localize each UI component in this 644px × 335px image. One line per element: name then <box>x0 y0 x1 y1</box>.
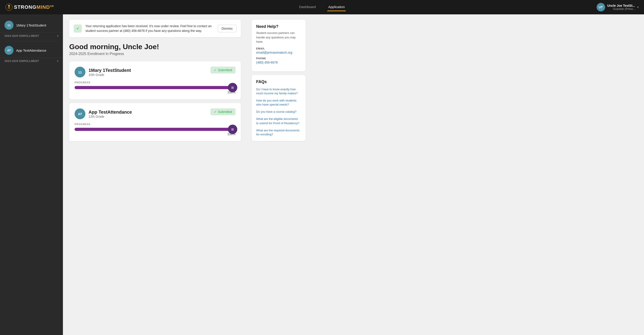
header: STRONGMINDSM Dashboard Application UT Un… <box>0 0 644 14</box>
user-info: Uncle Joe TestSt... Guardian (Prima... <box>607 4 635 10</box>
logo-sm-text: SM <box>50 5 54 7</box>
tab-dashboard[interactable]: Dashboard <box>298 3 316 11</box>
progress-label-1: PROGRESS <box>74 81 236 84</box>
student-info-2: AT App TestAttendance 12th Grade <box>74 108 132 119</box>
sidebar-enrollment-1[interactable]: 2024-2025 ENROLLMENT ▾ <box>0 32 63 39</box>
logo-mind-text: MIND <box>36 4 50 10</box>
sidebar-enrollment-2[interactable]: 2024-2025 ENROLLMENT ▾ <box>0 58 63 64</box>
sidebar-name-1: 1Mary 1TestStudent <box>16 23 46 27</box>
sidebar-name-2: App TestAttendance <box>16 48 46 52</box>
email-value[interactable]: email@primaveratech.org <box>256 51 301 54</box>
greeting-title: Good morning, Uncle Joe! <box>69 43 241 51</box>
progress-section-2: PROGRESS ⊞ 100% <box>74 123 236 136</box>
user-name: Uncle Joe TestSt... <box>607 4 635 7</box>
student-card-name-2: App TestAttendance <box>88 110 132 115</box>
logo: STRONGMINDSM <box>6 3 54 11</box>
progress-section-1: PROGRESS ⊞ 100% <box>74 81 236 94</box>
faq-item-2[interactable]: How do you work with students who have s… <box>256 99 301 107</box>
student-card-header-1: 11 1Mary 1TestStudent 10th Grade ✓ Submi… <box>74 67 236 77</box>
enrollment-status: 2024-2025 Enrollment In Progress <box>69 52 241 56</box>
progress-thumb-icon-1: ⊞ <box>231 86 234 89</box>
submitted-check-icon-2: ✓ <box>214 110 216 114</box>
sidebar-avatar-2: AT <box>4 46 14 55</box>
sidebar-item-student-2[interactable]: AT App TestAttendance <box>0 43 63 58</box>
submitted-label-1: Submitted <box>218 68 232 72</box>
dismiss-button[interactable]: Dismiss <box>218 25 236 32</box>
phone-value[interactable]: (480) 456-6678 <box>256 61 301 64</box>
progress-percent-2: 100% <box>74 132 236 136</box>
sidebar-divider <box>4 41 58 41</box>
progress-fill-2: ⊞ <box>74 128 236 131</box>
student-card-grade-2: 12th Grade <box>88 115 132 118</box>
logo-icon <box>6 3 12 11</box>
sidebar-enrollment-label-2: 2024-2025 ENROLLMENT <box>4 59 39 63</box>
alert-message: Your returning application has been rece… <box>86 24 214 33</box>
progress-fill-1: ⊞ <box>74 86 236 89</box>
nav-tabs: Dashboard Application <box>298 3 346 11</box>
sidebar-student-2: AT App TestAttendance <box>4 46 58 55</box>
faq-item-3[interactable]: Do you have a course catalog? <box>256 110 301 114</box>
user-avatar: UT <box>596 3 605 11</box>
student-card-avatar-2: AT <box>74 108 86 119</box>
logo-strong-text: STRONG <box>14 4 36 10</box>
faq-item-1[interactable]: Do I have to know exactly how much incom… <box>256 87 301 95</box>
main-layout: 11 1Mary 1TestStudent 2024-2025 ENROLLME… <box>0 14 644 335</box>
student-details-1: 1Mary 1TestStudent 10th Grade <box>88 68 131 76</box>
right-sidebar: Need Help? Student success partners can … <box>247 14 310 335</box>
help-description: Student success partners can handle any … <box>256 31 301 44</box>
help-title: Need Help? <box>256 24 301 29</box>
student-details-2: App TestAttendance 12th Grade <box>88 110 132 118</box>
svg-point-2 <box>8 5 10 7</box>
sidebar-item-student-1[interactable]: 11 1Mary 1TestStudent <box>0 18 63 32</box>
user-role: Guardian (Prima... <box>607 7 635 10</box>
submitted-badge-1: ✓ Submitted <box>210 67 236 73</box>
faq-item-4[interactable]: What are the eligible documents to submi… <box>256 117 301 125</box>
student-card-name-1: 1Mary 1TestStudent <box>88 68 131 73</box>
help-card: Need Help? Student success partners can … <box>252 20 306 71</box>
user-menu[interactable]: UT Uncle Joe TestSt... Guardian (Prima..… <box>596 3 638 11</box>
main-content: ✓ Your returning application has been re… <box>63 14 247 335</box>
progress-label-2: PROGRESS <box>74 123 236 125</box>
student-card-header-2: AT App TestAttendance 12th Grade ✓ Submi… <box>74 108 236 119</box>
tab-application[interactable]: Application <box>328 3 346 11</box>
sidebar-avatar-1: 11 <box>4 21 14 30</box>
progress-percent-1: 100% <box>74 90 236 94</box>
progress-bar-2: ⊞ <box>74 128 236 131</box>
student-card-avatar-1: 11 <box>74 67 86 77</box>
faq-title: FAQs <box>256 79 301 84</box>
sidebar-enrollment-chevron-2: ▾ <box>57 59 58 63</box>
progress-thumb-1: ⊞ <box>228 83 237 92</box>
submitted-badge-2: ✓ Submitted <box>210 108 236 115</box>
progress-thumb-2: ⊞ <box>228 125 237 134</box>
alert-banner: ✓ Your returning application has been re… <box>69 20 241 37</box>
student-card-grade-1: 10th Grade <box>88 73 131 76</box>
faq-item-5[interactable]: What are the required documents for enro… <box>256 128 301 136</box>
submitted-check-icon-1: ✓ <box>214 68 216 72</box>
progress-thumb-icon-2: ⊞ <box>231 128 234 131</box>
faq-card: FAQs Do I have to know exactly how much … <box>252 75 306 141</box>
student-info-1: 11 1Mary 1TestStudent 10th Grade <box>74 67 131 77</box>
email-label: EMAIL <box>256 47 301 50</box>
progress-bar-1: ⊞ <box>74 86 236 89</box>
sidebar-enrollment-label-1: 2024-2025 ENROLLMENT <box>4 34 39 37</box>
sidebar-student-1: 11 1Mary 1TestStudent <box>4 21 58 30</box>
student-card-2: AT App TestAttendance 12th Grade ✓ Submi… <box>69 103 241 141</box>
alert-check-icon: ✓ <box>74 24 82 32</box>
sidebar-enrollment-chevron-1: ▾ <box>57 34 58 37</box>
phone-label: PHONE <box>256 57 301 60</box>
submitted-label-2: Submitted <box>218 110 232 114</box>
user-menu-chevron-icon: ▾ <box>637 5 638 9</box>
sidebar: 11 1Mary 1TestStudent 2024-2025 ENROLLME… <box>0 14 63 335</box>
student-card-1: 11 1Mary 1TestStudent 10th Grade ✓ Submi… <box>69 61 241 99</box>
content-area: ✓ Your returning application has been re… <box>63 14 644 335</box>
